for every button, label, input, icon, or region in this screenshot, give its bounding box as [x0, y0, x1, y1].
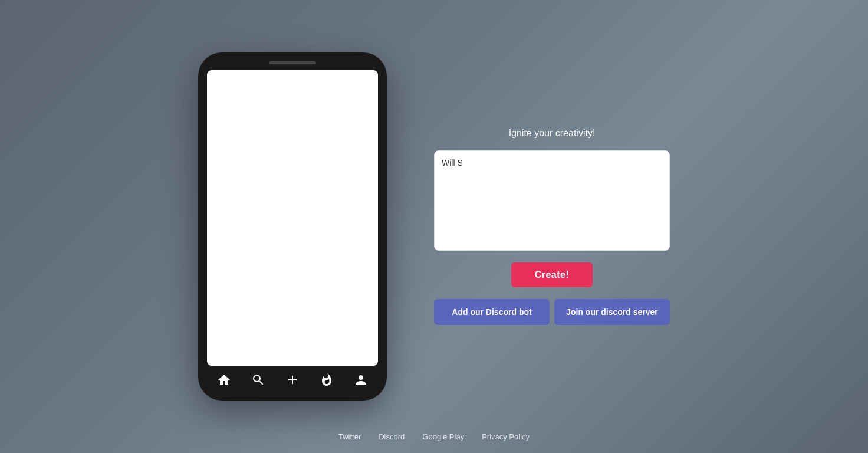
footer-discord-link[interactable]: Discord — [379, 432, 405, 441]
footer-googleplay-link[interactable]: Google Play — [422, 432, 464, 441]
add-icon[interactable] — [285, 373, 300, 387]
profile-icon[interactable] — [354, 373, 368, 387]
join-discord-server-button[interactable]: Join our discord server — [554, 299, 670, 325]
main-content: Ignite your creativity! Will S Create! A… — [0, 0, 868, 453]
search-icon[interactable] — [251, 373, 265, 387]
create-button[interactable]: Create! — [511, 262, 593, 287]
right-panel: Ignite your creativity! Will S Create! A… — [434, 128, 670, 325]
phone-screen — [207, 70, 378, 366]
phone-navbar — [207, 366, 378, 392]
phone-mockup — [198, 52, 387, 401]
tagline-text: Ignite your creativity! — [509, 128, 596, 139]
footer-privacy-link[interactable]: Privacy Policy — [482, 432, 530, 441]
text-input-wrapper: Will S — [434, 150, 670, 251]
footer: Twitter Discord Google Play Privacy Poli… — [0, 432, 868, 441]
footer-twitter-link[interactable]: Twitter — [338, 432, 361, 441]
home-icon[interactable] — [217, 373, 231, 387]
discord-buttons-container: Add our Discord bot Join our discord ser… — [434, 299, 670, 325]
phone-notch — [269, 61, 316, 64]
add-discord-bot-button[interactable]: Add our Discord bot — [434, 299, 550, 325]
fire-icon[interactable] — [320, 373, 334, 387]
creativity-input[interactable]: Will S — [442, 158, 662, 241]
